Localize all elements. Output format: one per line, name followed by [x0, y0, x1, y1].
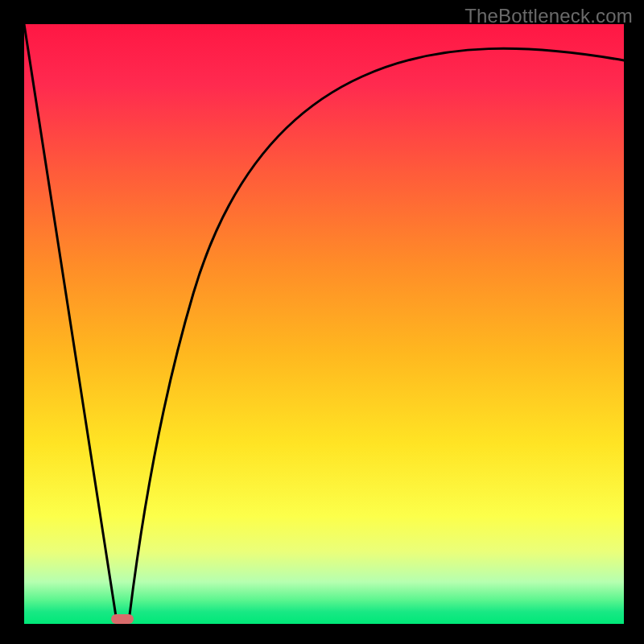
curve-layer: [24, 24, 624, 624]
chart-container: TheBottleneck.com: [0, 0, 644, 644]
right-curve-path: [129, 48, 624, 621]
plot-area: [24, 24, 624, 624]
left-descent-path: [24, 24, 117, 621]
bottleneck-marker: [111, 614, 134, 624]
